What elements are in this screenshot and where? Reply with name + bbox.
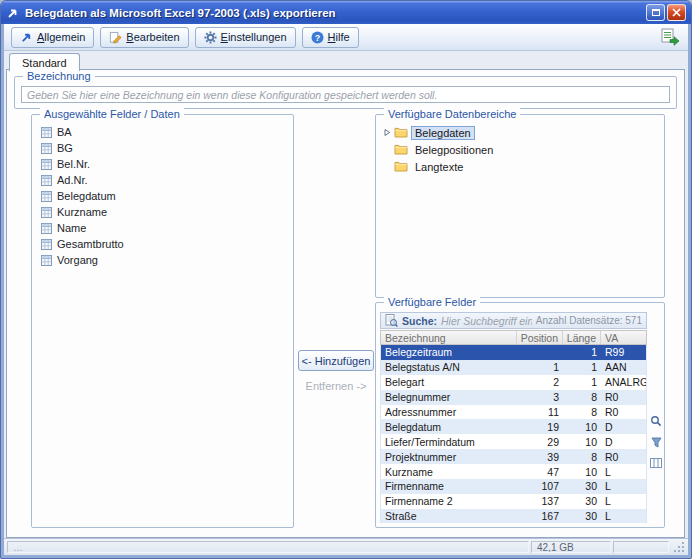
columns-icon[interactable] [650,457,662,469]
list-item-label: BA [57,126,72,138]
list-item[interactable]: Vorgang [34,252,291,268]
list-item-label: Belegdatum [57,190,116,202]
table-row[interactable]: Kurzname4710L [381,464,646,479]
tree-item[interactable]: Belegpositionen [380,141,660,158]
list-item[interactable]: Name [34,220,291,236]
export-dialog-window: Belegdaten als Microsoft Excel 97-2003 (… [0,0,692,559]
list-item-label: Vorgang [57,254,98,266]
column-header-position[interactable]: Position [517,331,563,344]
excel-export-icon[interactable] [659,27,681,47]
table-row[interactable]: Firmenname10730L [381,479,646,494]
field-grid-icon [41,239,52,250]
tree-item[interactable]: Belegdaten [380,124,660,141]
cell-len: 8 [563,405,601,420]
cell-bez: Firmenname [381,479,517,494]
statusbar: … 42,1 GB [4,538,688,555]
available-fields-group: Verfügbare Felder Suche: Hier Suchbegrif… [375,302,665,528]
search-doc-icon [385,314,398,327]
cell-bez: Belegnummer [381,390,517,405]
cell-bez: Firmenname 2 [381,494,517,509]
field-grid-icon [41,159,52,170]
list-item[interactable]: Gesamtbrutto [34,236,291,252]
search-bar[interactable]: Suche: Hier Suchbegriff eingeben Anzahl … [380,312,647,329]
cell-len: 1 [563,375,601,390]
toolbar-button-einstellungen[interactable]: Einstellungen [195,27,296,48]
toolbar-button-label: Bearbeiten [126,31,179,43]
table-row[interactable]: Belegstatus A/N11AAN [381,360,646,375]
column-header-va[interactable]: VA [601,331,646,344]
list-item[interactable]: Belegdatum [34,188,291,204]
cell-va: R99 [601,345,646,360]
cell-va: L [601,509,646,523]
disk-space-indicator: 42,1 GB [531,541,611,553]
column-header-laenge[interactable]: Länge [563,331,601,344]
list-item[interactable]: BA [34,124,291,140]
cell-pos: 47 [517,464,563,479]
resize-grip[interactable] [671,541,685,553]
arrow-up-right-icon [20,31,33,44]
cell-bez: Belegstatus A/N [381,360,517,375]
tree-item[interactable]: Langtexte [380,158,660,175]
toolbar-button-bearbeiten[interactable]: Bearbeiten [100,27,188,48]
cell-pos: 19 [517,419,563,434]
field-grid-icon [41,175,52,186]
cell-len: 1 [563,345,601,360]
table-row[interactable]: Straße16730L [381,509,646,523]
list-item-label: Gesamtbrutto [57,238,124,250]
folder-icon [394,161,408,172]
remove-button[interactable]: Entfernen -> [298,380,374,392]
list-item-label: Ad.Nr. [57,174,88,186]
table-row[interactable]: Firmenname 213730L [381,494,646,509]
cell-pos: 107 [517,479,563,494]
cell-va: L [601,494,646,509]
filter-icon[interactable] [650,436,662,448]
status-segment [613,541,669,553]
table-row[interactable]: Belegzeitraum1R99 [381,345,646,360]
cell-va: ANALRGI [601,375,646,390]
tab-standard[interactable]: Standard [9,53,80,71]
toolbar-button-hilfe[interactable]: ?Hilfe [302,27,359,48]
list-item-label: Bel.Nr. [57,158,90,170]
toolbar-button-allgemein[interactable]: Allgemein [11,27,94,48]
close-button[interactable] [667,4,686,21]
table-row[interactable]: Projektnummer398R0 [381,449,646,464]
cell-pos: 167 [517,509,563,523]
table-row[interactable]: Liefer/Termindatum2910D [381,434,646,449]
selected-fields-legend: Ausgewählte Felder / Daten [40,108,184,121]
bezeichnung-input[interactable] [21,86,670,103]
toolbar-buttons: AllgemeinBearbeitenEinstellungen?Hilfe [11,27,659,48]
tree-expand-icon[interactable] [382,128,391,137]
list-item[interactable]: Bel.Nr. [34,156,291,172]
field-grid-icon [41,223,52,234]
main-panel: Bezeichnung Ausgewählte Felder / Daten B… [6,69,685,538]
magnifier-icon[interactable] [650,415,662,427]
field-grid-icon [41,127,52,138]
field-grid-icon [41,143,52,154]
field-grid-icon [41,191,52,202]
table-row[interactable]: Belegart21ANALRGI [381,375,646,390]
search-input-hint[interactable]: Hier Suchbegriff eingeben [441,315,532,327]
cell-va: D [601,434,646,449]
column-header-bezeichnung[interactable]: Bezeichnung [381,331,517,344]
add-button[interactable]: <- Hinzufügen [298,350,374,371]
cell-pos: 137 [517,494,563,509]
window-icon [6,5,21,20]
list-item[interactable]: BG [34,140,291,156]
list-item[interactable]: Kurzname [34,204,291,220]
maximize-button[interactable] [646,4,665,21]
list-item-label: BG [57,142,73,154]
status-text: … [7,541,529,553]
cell-bez: Adressnummer [381,405,517,420]
table-header[interactable]: Bezeichnung Position Länge VA [380,330,647,345]
list-item[interactable]: Ad.Nr. [34,172,291,188]
available-fields-legend: Verfügbare Felder [384,296,480,309]
maximize-icon [652,9,660,16]
cell-va: R0 [601,405,646,420]
titlebar[interactable]: Belegdaten als Microsoft Excel 97-2003 (… [1,1,691,24]
cell-bez: Projektnummer [381,449,517,464]
table-row[interactable]: Belegdatum1910D [381,419,646,434]
table-row[interactable]: Belegnummer38R0 [381,390,646,405]
cell-pos: 39 [517,449,563,464]
table-row[interactable]: Adressnummer118R0 [381,405,646,420]
svg-text:?: ? [314,32,320,42]
